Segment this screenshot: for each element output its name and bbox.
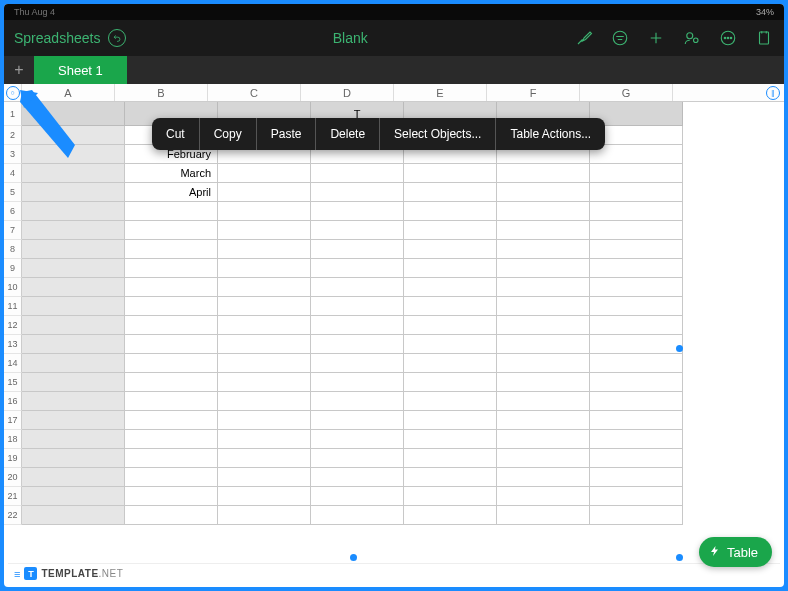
cell-b5[interactable]: April bbox=[125, 183, 218, 202]
cell-e17[interactable] bbox=[404, 411, 497, 430]
cell-b16[interactable] bbox=[125, 392, 218, 411]
context-copy[interactable]: Copy bbox=[200, 118, 257, 150]
cell-d9[interactable] bbox=[311, 259, 404, 278]
cell-a21[interactable] bbox=[22, 487, 125, 506]
row-header-10[interactable]: 10 bbox=[4, 278, 22, 297]
context-paste[interactable]: Paste bbox=[257, 118, 317, 150]
more-icon[interactable] bbox=[718, 28, 738, 48]
cell-c22[interactable] bbox=[218, 506, 311, 525]
cell-e11[interactable] bbox=[404, 297, 497, 316]
cell-a22[interactable] bbox=[22, 506, 125, 525]
cell-c7[interactable] bbox=[218, 221, 311, 240]
sheet-tab-active[interactable]: Sheet 1 bbox=[34, 56, 127, 84]
cell-b12[interactable] bbox=[125, 316, 218, 335]
cell-g8[interactable] bbox=[590, 240, 683, 259]
cell-g20[interactable] bbox=[590, 468, 683, 487]
cell-b9[interactable] bbox=[125, 259, 218, 278]
row-header-4[interactable]: 4 bbox=[4, 164, 22, 183]
cell-b18[interactable] bbox=[125, 430, 218, 449]
cell-f14[interactable] bbox=[497, 354, 590, 373]
row-header-5[interactable]: 5 bbox=[4, 183, 22, 202]
cell-e9[interactable] bbox=[404, 259, 497, 278]
cell-g21[interactable] bbox=[590, 487, 683, 506]
cell-e21[interactable] bbox=[404, 487, 497, 506]
cell-c12[interactable] bbox=[218, 316, 311, 335]
cell-g6[interactable] bbox=[590, 202, 683, 221]
cell-d14[interactable] bbox=[311, 354, 404, 373]
cell-a7[interactable] bbox=[22, 221, 125, 240]
cell-g19[interactable] bbox=[590, 449, 683, 468]
row-header-21[interactable]: 21 bbox=[4, 487, 22, 506]
cell-d8[interactable] bbox=[311, 240, 404, 259]
cell-f16[interactable] bbox=[497, 392, 590, 411]
cell-f7[interactable] bbox=[497, 221, 590, 240]
row-header-17[interactable]: 17 bbox=[4, 411, 22, 430]
cell-e15[interactable] bbox=[404, 373, 497, 392]
col-end-handle[interactable]: ‖ bbox=[673, 84, 784, 101]
row-header-15[interactable]: 15 bbox=[4, 373, 22, 392]
cell-d6[interactable] bbox=[311, 202, 404, 221]
cell-d12[interactable] bbox=[311, 316, 404, 335]
cell-c21[interactable] bbox=[218, 487, 311, 506]
cell-c14[interactable] bbox=[218, 354, 311, 373]
col-header-e[interactable]: E bbox=[394, 84, 487, 101]
cell-f8[interactable] bbox=[497, 240, 590, 259]
cell-g14[interactable] bbox=[590, 354, 683, 373]
selection-handle-icon[interactable] bbox=[676, 345, 683, 352]
cell-c17[interactable] bbox=[218, 411, 311, 430]
add-col-handle-icon[interactable]: ‖ bbox=[766, 86, 780, 100]
cell-d17[interactable] bbox=[311, 411, 404, 430]
col-header-f[interactable]: F bbox=[487, 84, 580, 101]
cell-d4[interactable] bbox=[311, 164, 404, 183]
row-header-12[interactable]: 12 bbox=[4, 316, 22, 335]
format-brush-icon[interactable] bbox=[574, 28, 594, 48]
cell-c4[interactable] bbox=[218, 164, 311, 183]
cell-b4[interactable]: March bbox=[125, 164, 218, 183]
cell-b20[interactable] bbox=[125, 468, 218, 487]
cell-f4[interactable] bbox=[497, 164, 590, 183]
cell-f20[interactable] bbox=[497, 468, 590, 487]
row-header-1[interactable]: 1 bbox=[4, 102, 22, 126]
cell-g10[interactable] bbox=[590, 278, 683, 297]
select-all-corner[interactable]: ○ bbox=[4, 84, 22, 101]
grid-body[interactable]: 1 T 2January 3February 4March 5April 6 7… bbox=[4, 102, 784, 567]
cell-a4[interactable] bbox=[22, 164, 125, 183]
cell-b15[interactable] bbox=[125, 373, 218, 392]
cell-c16[interactable] bbox=[218, 392, 311, 411]
cell-d22[interactable] bbox=[311, 506, 404, 525]
cell-d11[interactable] bbox=[311, 297, 404, 316]
context-delete[interactable]: Delete bbox=[316, 118, 380, 150]
cell-f22[interactable] bbox=[497, 506, 590, 525]
cell-g7[interactable] bbox=[590, 221, 683, 240]
cell-g17[interactable] bbox=[590, 411, 683, 430]
cell-e22[interactable] bbox=[404, 506, 497, 525]
row-header-3[interactable]: 3 bbox=[4, 145, 22, 164]
cell-a15[interactable] bbox=[22, 373, 125, 392]
cell-g5[interactable] bbox=[590, 183, 683, 202]
cell-b6[interactable] bbox=[125, 202, 218, 221]
cell-g16[interactable] bbox=[590, 392, 683, 411]
cell-e13[interactable] bbox=[404, 335, 497, 354]
cell-e10[interactable] bbox=[404, 278, 497, 297]
cell-a20[interactable] bbox=[22, 468, 125, 487]
cell-d5[interactable] bbox=[311, 183, 404, 202]
cell-b22[interactable] bbox=[125, 506, 218, 525]
selection-handle-icon[interactable] bbox=[350, 554, 357, 561]
cell-d15[interactable] bbox=[311, 373, 404, 392]
cell-b11[interactable] bbox=[125, 297, 218, 316]
cell-a18[interactable] bbox=[22, 430, 125, 449]
cell-b7[interactable] bbox=[125, 221, 218, 240]
cell-e18[interactable] bbox=[404, 430, 497, 449]
context-table-actions[interactable]: Table Actions... bbox=[496, 118, 605, 150]
cell-d21[interactable] bbox=[311, 487, 404, 506]
cell-f5[interactable] bbox=[497, 183, 590, 202]
cell-f11[interactable] bbox=[497, 297, 590, 316]
cell-c20[interactable] bbox=[218, 468, 311, 487]
row-header-22[interactable]: 22 bbox=[4, 506, 22, 525]
row-header-19[interactable]: 19 bbox=[4, 449, 22, 468]
undo-icon[interactable] bbox=[108, 29, 126, 47]
row-header-7[interactable]: 7 bbox=[4, 221, 22, 240]
row-header-11[interactable]: 11 bbox=[4, 297, 22, 316]
row-header-18[interactable]: 18 bbox=[4, 430, 22, 449]
cell-f10[interactable] bbox=[497, 278, 590, 297]
